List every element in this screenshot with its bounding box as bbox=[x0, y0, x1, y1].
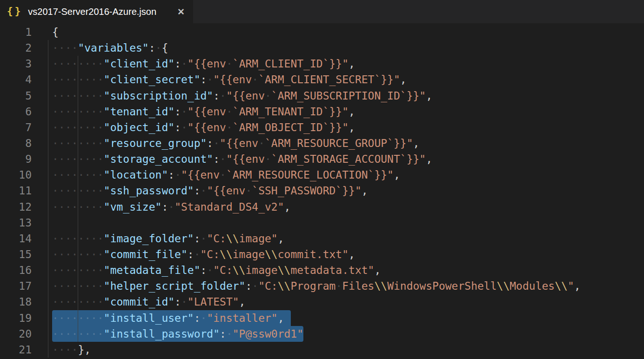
line-number[interactable]: 5 bbox=[0, 88, 32, 104]
line-number[interactable]: 1 bbox=[0, 24, 32, 40]
code-line[interactable]: 2····"variables":·{ bbox=[0, 40, 644, 56]
punctuation: : bbox=[213, 153, 220, 165]
json-key: "subscription_id" bbox=[104, 90, 213, 102]
code-line[interactable]: 1{ bbox=[0, 24, 644, 40]
code-text: ········"ssh_password":·"{{env·`SSH_PASS… bbox=[52, 183, 368, 199]
code-text: ········"metadata_file":·"C:\\image\\met… bbox=[52, 262, 381, 278]
json-key: "client_secret" bbox=[104, 73, 201, 86]
code-line[interactable]: 5········"subscription_id":·"{{env·`ARM_… bbox=[0, 88, 644, 104]
code-line[interactable]: 21····}, bbox=[0, 342, 644, 358]
code-line[interactable]: 4········"client_secret":·"{{env·`ARM_CL… bbox=[0, 72, 644, 87]
code-text-selected: ········"install_user":·"installer", bbox=[52, 310, 291, 326]
json-key: "object_id" bbox=[104, 121, 174, 133]
code-line[interactable]: 10········"location":·"{{env·`ARM_RESOUR… bbox=[0, 167, 644, 183]
code-line[interactable]: 20········"install_password":·"P@ssw0rd1… bbox=[0, 326, 644, 342]
code-line[interactable]: 6········"tenant_id":·"{{env·`ARM_TENANT… bbox=[0, 104, 644, 120]
line-number[interactable]: 17 bbox=[0, 278, 32, 294]
code-lines: 1{2····"variables":·{3········"client_id… bbox=[0, 24, 644, 358]
line-number[interactable]: 18 bbox=[0, 294, 32, 310]
json-key: "commit_id" bbox=[104, 296, 174, 308]
line-number[interactable]: 11 bbox=[0, 183, 32, 199]
code-line[interactable]: 12········"vm_size":·"Standard_DS4_v2", bbox=[0, 199, 644, 215]
json-string: WindowsPowerShell bbox=[387, 280, 496, 292]
json-key: "install_password" bbox=[104, 328, 220, 340]
code-line[interactable]: 17········"helper_script_folder":·"C:\\P… bbox=[0, 278, 644, 294]
line-number[interactable]: 7 bbox=[0, 120, 32, 135]
punctuation: : bbox=[194, 185, 201, 197]
punctuation: , bbox=[400, 73, 407, 86]
line-number[interactable]: 19 bbox=[0, 310, 32, 326]
line-number[interactable]: 3 bbox=[0, 56, 32, 72]
punctuation: , bbox=[349, 248, 355, 260]
tab-active[interactable]: {} vs2017-Server2016-Azure.json ✕ bbox=[0, 0, 193, 23]
line-number[interactable]: 15 bbox=[0, 246, 32, 262]
json-string: "{{env bbox=[213, 73, 252, 86]
code-line[interactable]: 18········"commit_id":·"LATEST", bbox=[0, 294, 644, 310]
code-text: ········"client_secret":·"{{env·`ARM_CLI… bbox=[52, 72, 407, 87]
json-key: "location" bbox=[104, 169, 168, 181]
indent-guide-level0 bbox=[48, 40, 48, 358]
json-string: "C: bbox=[207, 233, 226, 245]
code-text: ········"commit_id":·"LATEST", bbox=[52, 294, 245, 310]
json-string: `ARM_SUBSCRIPTION_ID`}}" bbox=[271, 90, 426, 102]
code-text: ········"location":·"{{env·`ARM_RESOURCE… bbox=[52, 167, 400, 183]
line-number[interactable]: 16 bbox=[0, 262, 32, 278]
json-string: "Standard_DS4_v2" bbox=[174, 201, 284, 213]
punctuation: : bbox=[174, 121, 181, 133]
json-string: `SSH_PASSWORD`}}" bbox=[252, 185, 361, 197]
json-string: "{{env bbox=[188, 58, 226, 70]
whitespace-dots: · bbox=[181, 296, 188, 308]
whitespace-dots: · bbox=[201, 312, 207, 324]
json-key: "storage_account" bbox=[104, 153, 213, 165]
code-line[interactable]: 8········"resource_group":·"{{env·`ARM_R… bbox=[0, 135, 644, 151]
punctuation: : bbox=[174, 106, 181, 118]
json-key: "helper_script_folder" bbox=[104, 280, 246, 292]
line-number[interactable]: 10 bbox=[0, 167, 32, 183]
code-text: ········"tenant_id":·"{{env·`ARM_TENANT_… bbox=[52, 104, 355, 120]
whitespace-dots: ···· bbox=[52, 42, 78, 54]
line-number[interactable]: 9 bbox=[0, 151, 32, 167]
punctuation: , bbox=[349, 58, 355, 70]
json-key: "metadata_file" bbox=[104, 264, 201, 276]
punctuation: , bbox=[278, 233, 284, 245]
punctuation: , bbox=[426, 90, 432, 102]
line-number[interactable]: 4 bbox=[0, 72, 32, 87]
line-number[interactable]: 8 bbox=[0, 135, 32, 151]
json-string: " bbox=[568, 280, 574, 292]
line-number[interactable]: 14 bbox=[0, 231, 32, 246]
json-string: "C: bbox=[258, 280, 278, 292]
code-line[interactable]: 11········"ssh_password":·"{{env·`SSH_PA… bbox=[0, 183, 644, 199]
code-line[interactable]: 16········"metadata_file":·"C:\\image\\m… bbox=[0, 262, 644, 278]
line-number[interactable]: 2 bbox=[0, 40, 32, 56]
punctuation: , bbox=[278, 312, 284, 324]
line-number[interactable]: 21 bbox=[0, 342, 32, 358]
whitespace-dots: · bbox=[207, 73, 213, 86]
punctuation: : bbox=[194, 233, 201, 245]
code-line[interactable]: 14········"image_folder":·"C:\\image", bbox=[0, 231, 644, 246]
punctuation: : bbox=[220, 328, 226, 340]
code-line[interactable]: 3········"client_id":·"{{env·`ARM_CLIENT… bbox=[0, 56, 644, 72]
code-line[interactable]: 9········"storage_account":·"{{env·`ARM_… bbox=[0, 151, 644, 167]
line-number[interactable]: 20 bbox=[0, 326, 32, 342]
json-string: "{{env bbox=[188, 121, 226, 133]
code-editor[interactable]: 1{2····"variables":·{3········"client_id… bbox=[0, 23, 644, 359]
line-number[interactable]: 13 bbox=[0, 215, 32, 231]
whitespace-dots: · bbox=[226, 58, 233, 70]
punctuation: , bbox=[374, 264, 381, 276]
punctuation: }, bbox=[78, 344, 91, 356]
json-string: image" bbox=[239, 233, 278, 245]
line-number[interactable]: 6 bbox=[0, 104, 32, 120]
code-line[interactable]: 19········"install_user":·"installer", bbox=[0, 310, 644, 326]
code-line[interactable]: 13 bbox=[0, 215, 644, 231]
json-string: image bbox=[233, 248, 265, 260]
json-string: "installer" bbox=[207, 312, 277, 324]
indent-guide-level1 bbox=[78, 56, 78, 342]
close-icon[interactable]: ✕ bbox=[177, 7, 185, 17]
line-number[interactable]: 12 bbox=[0, 199, 32, 215]
json-string: "C: bbox=[201, 248, 220, 260]
whitespace-dots: · bbox=[155, 42, 162, 54]
punctuation: : bbox=[174, 58, 181, 70]
code-line[interactable]: 7········"object_id":·"{{env·`ARM_OBJECT… bbox=[0, 120, 644, 135]
code-line[interactable]: 15········"commit_file":·"C:\\image\\com… bbox=[0, 246, 644, 262]
whitespace-dots: · bbox=[207, 264, 213, 276]
